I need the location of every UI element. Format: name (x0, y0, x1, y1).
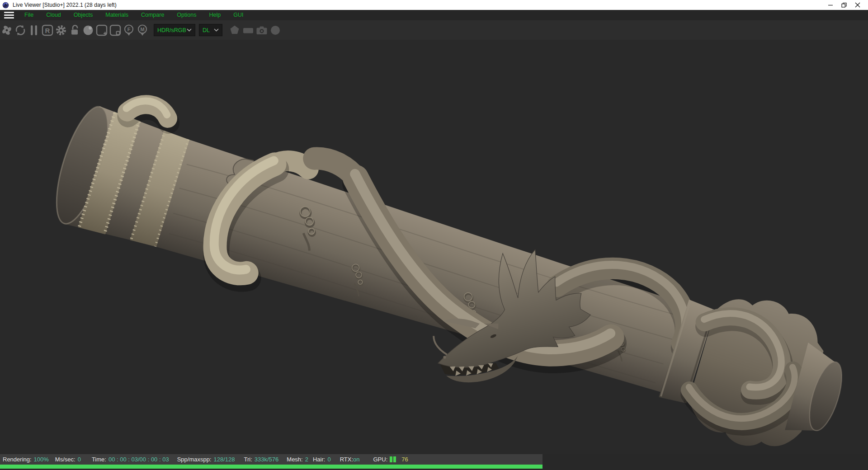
svg-text:R: R (45, 26, 50, 34)
pause-render-button[interactable] (27, 22, 41, 38)
sub-frame-button[interactable] (108, 22, 122, 38)
restart-render-icon (14, 24, 27, 37)
menu-gui[interactable]: GUI (227, 10, 250, 20)
octane-pinwheel-icon (0, 24, 13, 37)
plane-rect-icon (241, 24, 255, 37)
focus-picker-pin-icon: F (122, 24, 136, 37)
camera-icon (255, 24, 269, 37)
geometry-pentagon-icon (228, 24, 241, 37)
disabled-tools (228, 22, 282, 38)
render-ball-icon (81, 24, 95, 37)
status-spp: Spp/maxspp:128/128 (177, 456, 235, 463)
menu-options[interactable]: Options (170, 10, 203, 20)
octane-pinwheel-button[interactable] (0, 22, 14, 38)
render-scene (0, 40, 868, 454)
chevron-down-icon (187, 28, 192, 32)
close-icon (855, 2, 860, 8)
bottom-area: Rendering:100% Ms/sec:0 Time:00 : 00 : 0… (0, 454, 868, 470)
chevron-down-icon (214, 28, 219, 32)
restart-render-button[interactable] (14, 22, 27, 38)
minimize-button[interactable] (824, 0, 837, 10)
focus-picker-button[interactable]: F (122, 22, 136, 38)
menu-bar: File Cloud Objects Materials Compare Opt… (0, 10, 868, 20)
menu-cloud[interactable]: Cloud (40, 10, 67, 20)
material-picker-button[interactable]: M (136, 22, 149, 38)
status-rtx: RTX:on (340, 456, 360, 463)
tonemap-dropdown[interactable]: HDR/sRGB (154, 24, 195, 36)
settings-button[interactable] (54, 22, 68, 38)
menu-file[interactable]: File (18, 10, 40, 20)
status-tri: Tri:333k/576 (244, 456, 279, 463)
sphere-icon (269, 24, 282, 37)
add-region-button[interactable] (95, 22, 108, 38)
render-progress-track (0, 465, 542, 469)
status-rendering: Rendering:100% (3, 456, 49, 463)
reset-button[interactable]: R (41, 22, 54, 38)
plane-button (241, 22, 255, 38)
tonemap-value: HDR/sRGB (157, 27, 186, 33)
render-progress-fill (0, 465, 542, 469)
render-ball-button[interactable] (81, 22, 95, 38)
menu-compare[interactable]: Compare (135, 10, 170, 20)
menu-objects[interactable]: Objects (67, 10, 99, 20)
sphere-button (269, 22, 282, 38)
svg-text:M: M (140, 27, 144, 32)
live-viewer-window: Live Viewer [Studio+] 2022.1 (28 days le… (0, 0, 868, 470)
restore-icon (841, 2, 847, 8)
add-region-icon (95, 24, 108, 37)
status-time: Time:00 : 00 : 03/00 : 00 : 03 (92, 456, 169, 463)
lock-open-icon (68, 24, 81, 37)
render-mode-dropdown[interactable]: DL (199, 24, 222, 36)
restore-button[interactable] (837, 0, 851, 10)
geometry-button (228, 22, 241, 38)
status-hair: Hair:0 (313, 456, 331, 463)
menu-help[interactable]: Help (203, 10, 227, 20)
svg-text:F: F (127, 27, 131, 32)
material-picker-pin-icon: M (136, 24, 149, 37)
render-status-bar: Rendering:100% Ms/sec:0 Time:00 : 00 : 0… (0, 454, 542, 465)
lock-button[interactable] (68, 22, 81, 38)
toolbar: R (0, 20, 868, 40)
window-title: Live Viewer [Studio+] 2022.1 (28 days le… (13, 2, 117, 8)
status-ms-sec: Ms/sec:0 (55, 456, 81, 463)
reset-icon: R (41, 24, 54, 37)
pause-render-icon (28, 24, 39, 37)
hamburger-menu-icon[interactable] (0, 10, 18, 20)
render-mode-value: DL (203, 27, 210, 33)
gpu-meter (390, 456, 396, 462)
menu-materials[interactable]: Materials (99, 10, 135, 20)
status-gpu: GPU: 76 (373, 456, 408, 463)
minimize-icon (828, 2, 833, 8)
gear-icon (54, 24, 68, 37)
octane-logo-icon (2, 2, 9, 9)
camera-button (255, 22, 269, 38)
close-button[interactable] (851, 0, 864, 10)
sub-frame-icon (108, 24, 122, 37)
render-viewport[interactable] (0, 40, 868, 454)
title-bar: Live Viewer [Studio+] 2022.1 (28 days le… (0, 0, 868, 10)
status-mesh: Mesh:2 (287, 456, 308, 463)
